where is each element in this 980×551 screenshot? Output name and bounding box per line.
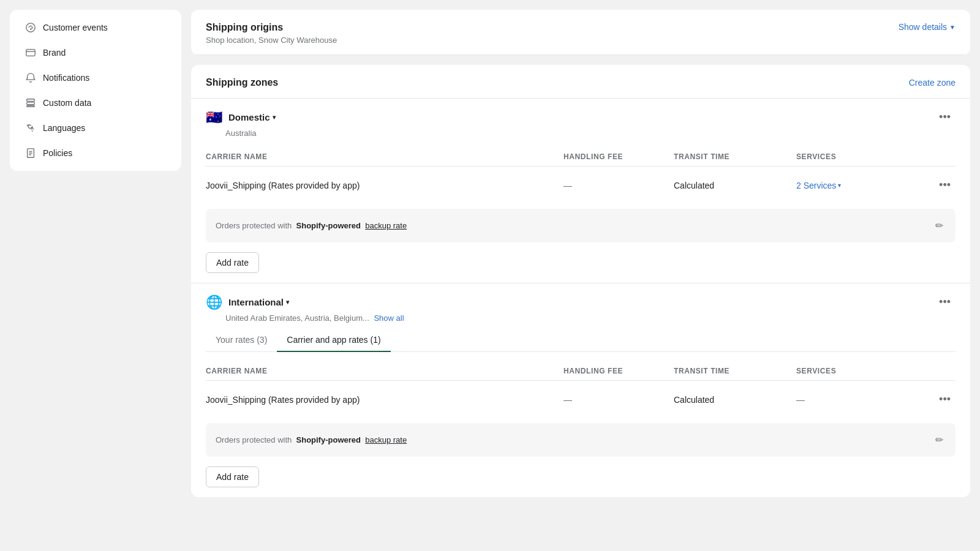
international-services: — [796,395,919,405]
sidebar-item-policies[interactable]: Policies [15,141,176,165]
show-details-button[interactable]: Show details ▼ [899,22,956,32]
international-col-services: Services [796,367,919,375]
international-handling-fee: — [564,395,674,405]
shipping-origins-subtitle: Shop location, Snow City Warehouse [206,36,337,45]
create-zone-button[interactable]: Create zone [909,78,956,88]
sidebar-label-custom-data: Custom data [43,98,91,108]
chevron-down-icon: ▼ [949,24,956,31]
international-table-header: Carrier name Handling fee Transit time S… [206,362,956,381]
sidebar-item-customer-events[interactable]: Customer events [15,15,176,40]
domestic-col-carrier: Carrier name [206,152,564,161]
international-backup-rate: Orders protected with Shopify-powered ba… [206,423,956,457]
domestic-zone-name: Domestic ▾ [228,112,276,122]
shipping-origins-title: Shipping origins [206,22,337,33]
tab-carrier-app-rates[interactable]: Carrier and app rates (1) [277,330,390,352]
shipping-zones-title: Shipping zones [206,77,278,88]
table-row: Joovii_Shipping (Rates provided by app) … [206,381,956,418]
international-more-button[interactable]: ••• [934,293,956,311]
international-transit-time: Calculated [674,395,796,405]
international-col-carrier: Carrier name [206,367,564,375]
sidebar-item-custom-data[interactable]: Custom data [15,91,176,115]
domestic-services-link[interactable]: 2 Services ▾ [796,181,919,190]
international-backup-edit-button[interactable]: ✏ [933,432,946,448]
shipping-origins-header: Shipping origins Shop location, Snow Cit… [191,10,970,55]
sidebar-item-brand[interactable]: Brand [15,40,176,65]
domestic-more-button[interactable]: ••• [934,108,956,126]
svg-point-0 [26,23,35,32]
domestic-backup-rate: Orders protected with Shopify-powered ba… [206,209,956,242]
domestic-backup-rate-text: Orders protected with Shopify-powered ba… [216,221,407,230]
international-row-more-button[interactable]: ••• [934,391,956,408]
domestic-table: Carrier name Handling fee Transit time S… [206,148,956,204]
international-tabs: Your rates (3) Carrier and app rates (1) [206,330,956,352]
international-zone: 🌐 International ▾ ••• United Arab Emirat… [191,283,970,497]
sidebar-item-notifications[interactable]: Notifications [15,66,176,90]
international-zone-name: International ▾ [228,297,289,307]
shipping-zones-card: Shipping zones Create zone 🇦🇺 Domestic ▾… [191,65,970,497]
international-col-transit: Transit time [674,367,796,375]
international-zone-subtitle: United Arab Emirates, Austria, Belgium..… [225,313,956,323]
domestic-carrier-name: Joovii_Shipping (Rates provided by app) [206,181,564,190]
svg-rect-2 [26,50,35,56]
sidebar-label-customer-events: Customer events [43,23,108,32]
domestic-zone-name-wrap: Domestic ▾ [228,112,276,122]
australia-flag-icon: 🇦🇺 [206,110,222,126]
domestic-row-actions: ••• [919,176,956,194]
domestic-handling-fee: — [564,181,674,190]
international-zone-name-wrap: International ▾ [228,297,289,307]
shipping-origins-card: Shipping origins Shop location, Snow Cit… [191,10,970,55]
policies-icon [24,147,37,159]
international-row-actions: ••• [919,391,956,408]
svg-point-1 [31,29,31,29]
domestic-zone-header-left: 🇦🇺 Domestic ▾ [206,110,276,126]
table-row: Joovii_Shipping (Rates provided by app) … [206,167,956,204]
shipping-zones-header: Shipping zones Create zone [191,65,970,98]
domestic-zone-header: 🇦🇺 Domestic ▾ ••• [206,108,956,126]
sidebar-label-notifications: Notifications [43,73,89,83]
tab-your-rates[interactable]: Your rates (3) [206,330,277,352]
domestic-add-rate-button[interactable]: Add rate [206,252,259,273]
international-chevron-icon: ▾ [286,299,289,305]
sidebar-label-languages: Languages [43,123,85,133]
domestic-backup-rate-link[interactable]: backup rate [365,221,407,230]
domestic-col-transit: Transit time [674,152,796,161]
svg-rect-4 [27,102,35,105]
international-backup-rate-text: Orders protected with Shopify-powered ba… [216,435,407,444]
svg-rect-3 [27,99,35,102]
international-show-all-link[interactable]: Show all [374,313,404,323]
customer-events-icon [24,21,37,34]
services-chevron-icon: ▾ [838,182,841,189]
domestic-row-more-button[interactable]: ••• [934,176,956,194]
sidebar: Customer events Brand Notifications [10,10,181,171]
international-add-rate-button[interactable]: Add rate [206,467,259,487]
international-col-actions [919,367,956,375]
main-content: Shipping origins Shop location, Snow Cit… [181,0,980,551]
domestic-transit-time: Calculated [674,181,796,190]
domestic-chevron-icon: ▾ [273,114,276,121]
domestic-col-services: Services [796,152,919,161]
domestic-table-header: Carrier name Handling fee Transit time S… [206,148,956,167]
domestic-zone-subtitle: Australia [225,129,956,138]
custom-data-icon [24,97,37,109]
brand-icon [24,47,37,59]
languages-icon [24,122,37,134]
international-globe-icon: 🌐 [206,294,222,310]
sidebar-label-brand: Brand [43,48,66,58]
svg-rect-5 [27,106,35,107]
international-zone-header: 🌐 International ▾ ••• [206,293,956,311]
sidebar-item-languages[interactable]: Languages [15,116,176,140]
international-zone-header-left: 🌐 International ▾ [206,294,289,310]
domestic-zone: 🇦🇺 Domestic ▾ ••• Australia Carrier name… [191,98,970,283]
international-carrier-name: Joovii_Shipping (Rates provided by app) [206,395,564,405]
shipping-origins-header-left: Shipping origins Shop location, Snow Cit… [206,22,337,45]
international-table: Carrier name Handling fee Transit time S… [206,362,956,418]
international-col-handling: Handling fee [564,367,674,375]
international-backup-rate-link[interactable]: backup rate [365,435,407,444]
domestic-col-handling: Handling fee [564,152,674,161]
notifications-icon [24,72,37,84]
domestic-col-actions [919,152,956,161]
sidebar-label-policies: Policies [43,148,72,158]
domestic-backup-edit-button[interactable]: ✏ [933,217,946,234]
